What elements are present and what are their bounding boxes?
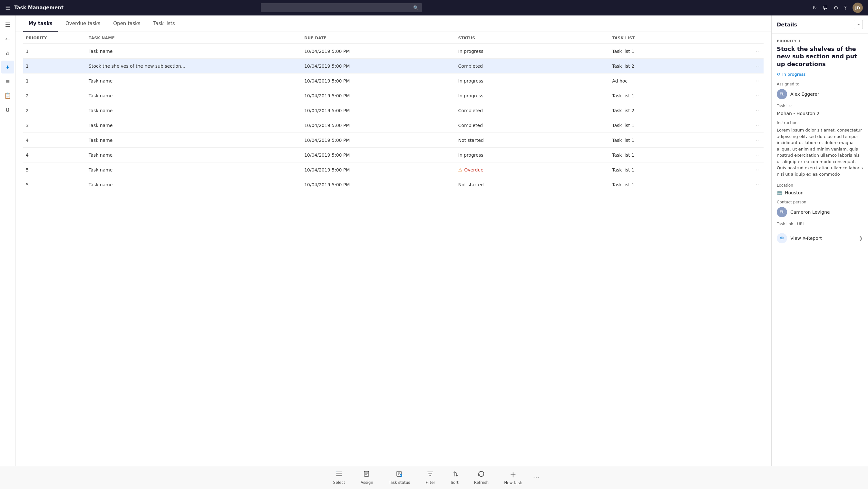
table-row[interactable]: 4 Task name 10/04/2019 5:00 PM In progre…	[23, 148, 764, 162]
details-contact: FL Cameron Levigne	[777, 207, 863, 217]
help-icon[interactable]: ?	[844, 5, 847, 11]
row-menu-button[interactable]: ⋯	[755, 48, 761, 55]
task-status-label: Task status	[389, 480, 410, 485]
topbar-actions: ↻ 🗩 ⚙ ? JD	[812, 3, 863, 13]
row-menu-button[interactable]: ⋯	[755, 63, 761, 69]
table-row[interactable]: 2 Task name 10/04/2019 5:00 PM In progre…	[23, 88, 764, 103]
table-row[interactable]: 5 Task name 10/04/2019 5:00 PM Not start…	[23, 177, 764, 192]
bottom-toolbar: Select Assign Task status	[0, 466, 868, 489]
table-row[interactable]: 1 Stock the shelves of the new sub secti…	[23, 59, 764, 73]
details-instructions-label: Instructions	[777, 121, 863, 125]
row-priority: 5	[23, 177, 86, 192]
row-task-name: Task name	[86, 73, 302, 88]
svg-rect-0	[336, 471, 342, 472]
details-task-list-value: Mohan - Houston 2	[777, 111, 863, 116]
tab-open-tasks[interactable]: Open tasks	[108, 16, 145, 32]
table-row[interactable]: 5 Task name 10/04/2019 5:00 PM ⚠Overdue …	[23, 162, 764, 177]
toolbar-sort-button[interactable]: Sort	[443, 468, 466, 487]
new-task-icon: +	[510, 470, 516, 479]
row-menu-cell: ⋯	[733, 44, 764, 59]
contact-name: Cameron Levigne	[790, 210, 830, 215]
row-due-date: 10/04/2019 5:00 PM	[302, 59, 456, 73]
svg-rect-7	[365, 475, 367, 475]
tab-task-lists[interactable]: Task lists	[148, 16, 180, 32]
toolbar-new-task-button[interactable]: + New task	[496, 468, 530, 487]
search-icon: 🔍	[413, 5, 419, 10]
table-row[interactable]: 1 Task name 10/04/2019 5:00 PM In progre…	[23, 73, 764, 88]
details-location-value: Houston	[785, 190, 804, 195]
row-task-name: Task name	[86, 118, 302, 133]
sidebar-item-back[interactable]: ←	[1, 32, 14, 45]
chat-icon[interactable]: 🗩	[823, 5, 828, 11]
row-menu-button[interactable]: ⋯	[755, 166, 761, 173]
row-status: Not started	[456, 133, 610, 148]
assignee-name: Alex Eggerer	[790, 92, 819, 97]
tab-overdue-tasks[interactable]: Overdue tasks	[60, 16, 105, 32]
row-menu-button[interactable]: ⋯	[755, 137, 761, 144]
table-row[interactable]: 1 Task name 10/04/2019 5:00 PM In progre…	[23, 44, 764, 59]
row-menu-button[interactable]: ⋯	[755, 152, 761, 158]
toolbar-select-button[interactable]: Select	[326, 468, 353, 487]
report-label: View X-Report	[790, 236, 822, 241]
col-header-status: STATUS	[456, 32, 610, 44]
view-report-button[interactable]: 👁 View X-Report ❯	[777, 229, 863, 247]
assign-label: Assign	[361, 480, 373, 485]
toolbar-more-button[interactable]: ···	[530, 470, 542, 485]
toolbar-assign-button[interactable]: Assign	[353, 468, 381, 487]
row-priority: 1	[23, 73, 86, 88]
sort-icon	[451, 470, 458, 479]
row-task-list: Task list 1	[610, 118, 733, 133]
table-row[interactable]: 4 Task name 10/04/2019 5:00 PM Not start…	[23, 133, 764, 148]
sidebar-item-tasks[interactable]: ✦	[1, 61, 14, 73]
svg-rect-5	[365, 472, 368, 473]
sidebar-item-clipboard[interactable]: 📋	[1, 89, 14, 102]
refresh-icon[interactable]: ↻	[812, 5, 817, 11]
row-menu-button[interactable]: ⋯	[755, 92, 761, 99]
toolbar-filter-button[interactable]: Filter	[418, 468, 443, 487]
details-status-text: In progress	[782, 72, 805, 77]
col-header-duedate: DUE DATE	[302, 32, 456, 44]
row-menu-cell: ⋯	[733, 73, 764, 88]
new-task-label: New task	[504, 481, 522, 485]
row-menu-button[interactable]: ⋯	[755, 78, 761, 84]
svg-rect-6	[365, 473, 368, 474]
table-row[interactable]: 2 Task name 10/04/2019 5:00 PM Completed…	[23, 103, 764, 118]
sidebar-item-list[interactable]: ≡	[1, 75, 14, 88]
table-row[interactable]: 3 Task name 10/04/2019 5:00 PM Completed…	[23, 118, 764, 133]
row-status: Not started	[456, 177, 610, 192]
row-due-date: 10/04/2019 5:00 PM	[302, 73, 456, 88]
hamburger-icon[interactable]: ☰	[5, 4, 10, 11]
row-menu-button[interactable]: ⋯	[755, 181, 761, 188]
refresh-label: Refresh	[474, 480, 489, 485]
row-menu-cell: ⋯	[733, 133, 764, 148]
details-instructions-text: Lorem ipsum dolor sit amet, consectetur …	[777, 127, 863, 179]
sidebar-item-hamburger[interactable]: ☰	[1, 18, 14, 31]
row-menu-button[interactable]: ⋯	[755, 122, 761, 129]
row-status: In progress	[456, 73, 610, 88]
details-task-link-label: Task link - URL	[777, 222, 863, 226]
tab-my-tasks[interactable]: My tasks	[23, 16, 58, 32]
settings-icon[interactable]: ⚙	[834, 5, 838, 11]
topbar: ☰ Task Management 🔍 ↻ 🗩 ⚙ ? JD	[0, 0, 868, 16]
details-collapse-button[interactable]: ⋯	[854, 20, 863, 29]
col-header-priority: PRIORITY	[23, 32, 86, 44]
toolbar-refresh-button[interactable]: Refresh	[466, 468, 496, 487]
view-report-left: 👁 View X-Report	[777, 233, 822, 243]
search-input[interactable]	[261, 3, 422, 12]
row-priority: 4	[23, 148, 86, 162]
sidebar-item-badge[interactable]: 0	[1, 103, 14, 116]
report-chevron-icon: ❯	[859, 236, 863, 241]
row-menu-cell: ⋯	[733, 148, 764, 162]
details-contact-label: Contact person	[777, 200, 863, 204]
sidebar-item-home[interactable]: ⌂	[1, 47, 14, 59]
row-menu-button[interactable]: ⋯	[755, 107, 761, 114]
select-label: Select	[333, 480, 345, 485]
row-due-date: 10/04/2019 5:00 PM	[302, 103, 456, 118]
refresh-toolbar-icon	[478, 470, 485, 479]
toolbar-task-status-button[interactable]: Task status	[381, 468, 418, 487]
location-icon: 🏢	[777, 190, 782, 195]
details-panel: Details ⋯ PRIORITY 1 Stock the shelves o…	[771, 16, 868, 466]
avatar[interactable]: JD	[852, 3, 863, 13]
row-task-name: Task name	[86, 103, 302, 118]
select-icon	[336, 470, 343, 479]
